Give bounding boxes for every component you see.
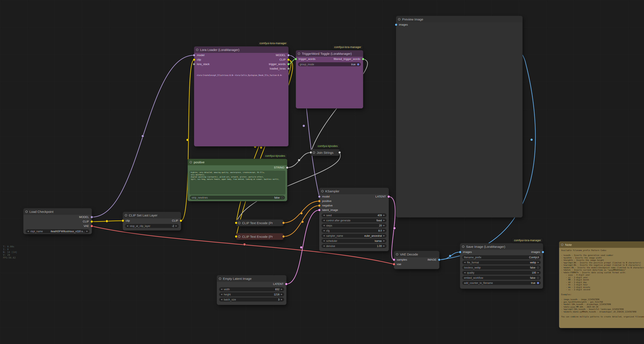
- decrement-arrow-icon[interactable]: ◀: [221, 298, 222, 300]
- decrement-arrow-icon[interactable]: ◀: [27, 230, 29, 232]
- clip-output-slot[interactable]: [180, 220, 182, 222]
- collapse-dot-icon[interactable]: [321, 190, 324, 192]
- conditioning-output-slot[interactable]: [282, 236, 284, 238]
- strip-newlines-toggle[interactable]: strip_newlines false: [190, 196, 285, 200]
- lora-stack-input-slot[interactable]: [193, 63, 195, 65]
- decrement-arrow-icon[interactable]: ◀: [323, 235, 325, 237]
- collapse-dot-icon[interactable]: [298, 52, 300, 55]
- decrement-arrow-icon[interactable]: ◀: [464, 262, 466, 264]
- model-output-slot[interactable]: [91, 216, 93, 218]
- clip-input-slot[interactable]: [122, 220, 124, 222]
- ckpt-name-widget[interactable]: ◀ ckpt_name ilwaiNSFWIllustrious_v110.s.…: [26, 229, 90, 233]
- clip-input-slot[interactable]: [235, 236, 237, 238]
- lora-text-widget[interactable]: <lora:CreateConcept_Illustrious:0.8> <lo…: [197, 74, 286, 76]
- latent-output-slot[interactable]: [388, 196, 390, 198]
- group-mode-toggle[interactable]: group_mode true: [298, 62, 361, 66]
- node-header[interactable]: Save Image (LoraManager): [460, 243, 543, 250]
- node-graph-canvas[interactable]: comfyui-lora-manager comfyui-lora-manage…: [0, 0, 644, 344]
- collapse-dot-icon[interactable]: [196, 48, 198, 51]
- increment-arrow-icon[interactable]: ▶: [281, 288, 282, 290]
- samples-input-slot[interactable]: [393, 259, 395, 261]
- collapse-dot-icon[interactable]: [561, 244, 563, 246]
- increment-arrow-icon[interactable]: ▶: [281, 294, 282, 296]
- clip-input-slot[interactable]: [235, 222, 237, 224]
- conditioning-output-slot[interactable]: [282, 222, 284, 224]
- denoise-widget[interactable]: ◀ denoise 1.00 ▶: [322, 244, 386, 248]
- filename-prefix-widget[interactable]: filename_prefix ComfyUI: [462, 255, 541, 259]
- increment-arrow-icon[interactable]: ▶: [383, 230, 385, 232]
- node-lora-loader[interactable]: Lora Loader (LoraManager) model MODEL cl…: [194, 46, 288, 146]
- node-header[interactable]: Join Strings: [311, 149, 340, 156]
- toggle-dot-icon[interactable]: [537, 282, 539, 284]
- decrement-arrow-icon[interactable]: ◀: [464, 272, 466, 274]
- decrement-arrow-icon[interactable]: ◀: [221, 294, 222, 296]
- increment-arrow-icon[interactable]: ▶: [383, 220, 385, 221]
- increment-arrow-icon[interactable]: ▶: [538, 262, 539, 264]
- decrement-arrow-icon[interactable]: ◀: [323, 245, 325, 247]
- quality-widget[interactable]: ◀ quality 100 ▶: [462, 271, 541, 275]
- trigger-words-input-slot[interactable]: [295, 58, 297, 60]
- increment-arrow-icon[interactable]: ▶: [538, 272, 539, 274]
- node-join-strings[interactable]: Join Strings: [311, 149, 340, 156]
- clip-output-slot[interactable]: [91, 220, 93, 223]
- decrement-arrow-icon[interactable]: ◀: [323, 214, 325, 216]
- node-header[interactable]: CLIP Text Encode (Pr: [236, 233, 284, 240]
- toggle-dot-icon[interactable]: [537, 266, 539, 269]
- node-header[interactable]: VAE Decode: [394, 251, 439, 258]
- decrement-arrow-icon[interactable]: ◀: [323, 220, 325, 221]
- node-preview-image[interactable]: Preview Image images: [396, 16, 522, 217]
- positive-input-slot[interactable]: [318, 200, 320, 202]
- increment-arrow-icon[interactable]: ▶: [383, 214, 385, 216]
- file-format-widget[interactable]: ◀ file_format webp ▶: [462, 260, 541, 264]
- increment-arrow-icon[interactable]: ▶: [383, 224, 385, 226]
- collapse-dot-icon[interactable]: [462, 246, 464, 248]
- collapse-dot-icon[interactable]: [238, 236, 240, 238]
- negative-input-slot[interactable]: [318, 204, 320, 207]
- node-header[interactable]: Load Checkpoint: [24, 208, 92, 215]
- model-input-slot[interactable]: [193, 54, 195, 56]
- node-empty-latent-image[interactable]: Empty Latent Image LATENT ◀ width 832 ▶ …: [217, 275, 286, 305]
- node-clip-text-encode-negative[interactable]: CLIP Text Encode (Pr: [236, 233, 284, 240]
- decrement-arrow-icon[interactable]: ◀: [127, 225, 128, 227]
- clip-output-slot[interactable]: [287, 59, 290, 61]
- string-input-slot[interactable]: [310, 152, 312, 154]
- node-header[interactable]: CLIP Text Encode (Pr: [236, 220, 284, 226]
- collapse-dot-icon[interactable]: [125, 214, 127, 216]
- images-input-slot[interactable]: [395, 24, 397, 26]
- node-ksampler[interactable]: KSampler model LATENT positive negative …: [319, 188, 389, 251]
- images-output-slot[interactable]: [542, 251, 544, 253]
- seed-widget[interactable]: ◀ seed 409 ▶: [322, 213, 386, 217]
- vae-input-slot[interactable]: [393, 263, 395, 265]
- lossless-webp-toggle[interactable]: lossless_webp false: [462, 266, 541, 270]
- collapse-dot-icon[interactable]: [219, 278, 221, 280]
- toggle-dot-icon[interactable]: [281, 197, 283, 199]
- node-header[interactable]: Lora Loader (LoraManager): [194, 46, 288, 53]
- string-output-slot[interactable]: [286, 166, 288, 169]
- node-header[interactable]: positive: [188, 159, 287, 165]
- stop-at-clip-layer-widget[interactable]: ◀ stop_at_clip_layer -2 ▶: [125, 224, 179, 228]
- increment-arrow-icon[interactable]: ▶: [281, 298, 282, 300]
- node-note[interactable]: Note Available filename_prefix Pattern C…: [559, 242, 644, 328]
- batch-size-widget[interactable]: ◀ batch_size 3 ▶: [219, 298, 284, 302]
- decrement-arrow-icon[interactable]: ◀: [323, 240, 325, 242]
- node-vae-decode[interactable]: VAE Decode samples IMAGE vae: [394, 251, 439, 269]
- node-header[interactable]: Empty Latent Image: [217, 275, 286, 282]
- collapse-dot-icon[interactable]: [396, 253, 398, 256]
- note-text[interactable]: Available filename_prefix Pattern Codes …: [561, 249, 644, 326]
- embed-workflow-toggle[interactable]: embed_workflow false: [462, 276, 541, 280]
- images-input-slot[interactable]: [459, 251, 461, 253]
- node-clip-set-last-layer[interactable]: CLIP Set Last Layer clip CLIP ◀ stop_at_…: [123, 212, 181, 230]
- node-header[interactable]: KSampler: [319, 188, 389, 194]
- image-output-slot[interactable]: [438, 259, 440, 261]
- node-triggerword-toggle[interactable]: TriggerWord Toggle (LoraManager) trigger…: [296, 50, 363, 108]
- decrement-arrow-icon[interactable]: ◀: [323, 230, 325, 232]
- node-header[interactable]: Note: [559, 242, 644, 248]
- node-header[interactable]: CLIP Set Last Layer: [123, 212, 181, 218]
- increment-arrow-icon[interactable]: ▶: [383, 235, 385, 237]
- loaded-loras-output-slot[interactable]: [287, 68, 290, 70]
- height-widget[interactable]: ◀ height 1216 ▶: [219, 292, 284, 296]
- prompt-textarea[interactable]: highres, very detailed, amazing quality,…: [190, 170, 286, 194]
- node-clip-text-encode-positive[interactable]: CLIP Text Encode (Pr: [236, 220, 284, 226]
- node-load-checkpoint[interactable]: Load Checkpoint MODEL CLIP VAE ◀ ckpt_na…: [24, 208, 92, 234]
- collapse-dot-icon[interactable]: [26, 210, 28, 213]
